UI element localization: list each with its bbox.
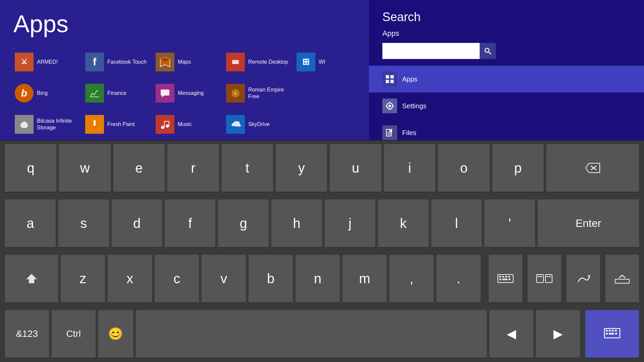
key-i[interactable]: i	[384, 144, 435, 193]
search-button[interactable]	[480, 43, 496, 59]
key-h[interactable]: h	[271, 199, 322, 248]
key-apostrophe[interactable]: '	[484, 199, 535, 248]
search-icon	[484, 47, 492, 55]
svg-point-4	[237, 64, 240, 67]
key-emoji[interactable]: 😊	[98, 310, 133, 359]
key-q[interactable]: q	[5, 144, 56, 193]
svg-rect-60	[508, 279, 511, 280]
handwrite-icon	[575, 273, 592, 285]
key-z[interactable]: z	[61, 255, 105, 303]
app-remote[interactable]: Remote Desktop	[225, 48, 295, 76]
key-g[interactable]: g	[218, 199, 269, 248]
svg-rect-56	[505, 276, 507, 278]
svg-rect-6	[161, 89, 169, 96]
svg-point-38	[389, 105, 391, 107]
apps-option-label: Apps	[402, 75, 418, 83]
app-finance[interactable]: Finance	[84, 79, 154, 107]
svg-rect-70	[609, 330, 611, 331]
key-x[interactable]: x	[108, 255, 152, 303]
key-comma[interactable]: ,	[389, 255, 434, 303]
app-bing[interactable]: b Bing	[13, 79, 84, 107]
app-maps[interactable]: Maps	[154, 48, 225, 76]
key-p[interactable]: p	[492, 144, 544, 193]
key-n[interactable]: n	[296, 255, 340, 303]
minimize-keyboard-icon	[614, 273, 631, 285]
svg-marker-7	[162, 96, 164, 98]
key-dot[interactable]: .	[436, 255, 481, 303]
key-ampersand123[interactable]: &123	[5, 310, 49, 359]
search-input[interactable]	[382, 43, 480, 59]
svg-rect-67	[615, 279, 629, 283]
key-full-keyboard[interactable]	[489, 255, 522, 303]
remote-icon	[226, 53, 245, 71]
key-minimize-keyboard[interactable]	[605, 255, 639, 303]
svg-rect-64	[540, 276, 542, 277]
svg-marker-49	[586, 163, 600, 173]
app-bitcasa[interactable]: Bitcasa Infinite Storage	[13, 110, 84, 138]
key-e[interactable]: e	[113, 144, 165, 193]
key-v[interactable]: v	[202, 255, 246, 303]
maps-icon	[156, 53, 174, 71]
key-l[interactable]: l	[431, 199, 482, 248]
svg-rect-58	[499, 279, 501, 280]
key-w[interactable]: w	[59, 144, 110, 193]
key-f[interactable]: f	[165, 199, 215, 248]
key-u[interactable]: u	[330, 144, 381, 193]
keyboard-row-4: &123 Ctrl 😊 ◀ ▶	[0, 307, 644, 362]
search-option-settings[interactable]: Settings	[369, 93, 644, 119]
key-ctrl[interactable]: Ctrl	[52, 310, 96, 359]
armed-label: ARMED!	[37, 59, 58, 65]
key-s[interactable]: s	[58, 199, 109, 248]
finance-label: Finance	[107, 90, 126, 96]
app-freshpaint[interactable]: Fresh Paint	[84, 110, 154, 138]
keyboard-row-1: q w e r t y u i o p	[0, 141, 644, 196]
key-o[interactable]: o	[438, 144, 489, 193]
svg-rect-75	[615, 333, 617, 335]
key-c[interactable]: c	[155, 255, 199, 303]
app-wi[interactable]: ⊞ WI	[295, 48, 366, 76]
search-input-row	[369, 43, 644, 59]
key-shift[interactable]	[5, 255, 58, 303]
svg-rect-34	[386, 80, 389, 83]
key-b[interactable]: b	[249, 255, 293, 303]
key-y[interactable]: y	[276, 144, 327, 193]
backspace-icon	[584, 162, 601, 174]
key-enter[interactable]: Enter	[538, 199, 639, 248]
key-k[interactable]: k	[378, 199, 429, 248]
search-option-apps[interactable]: Apps	[369, 66, 644, 93]
keyboard-row-3: z x c v b n m , .	[0, 251, 644, 307]
messaging-label: Messaging	[178, 90, 204, 96]
app-roman[interactable]: I Roman Empire Free	[225, 79, 295, 107]
key-right-arrow[interactable]: ▶	[536, 310, 580, 359]
remote-label: Remote Desktop	[248, 59, 288, 65]
svg-rect-35	[390, 80, 394, 83]
key-split-keyboard[interactable]	[528, 255, 561, 303]
roman-icon: I	[226, 84, 245, 103]
key-d[interactable]: d	[112, 199, 162, 248]
app-armed[interactable]: ⚔ ARMED!	[13, 48, 84, 76]
settings-option-label: Settings	[402, 102, 426, 110]
svg-rect-63	[538, 276, 539, 277]
key-space[interactable]	[136, 310, 487, 359]
key-j[interactable]: j	[325, 199, 375, 248]
app-facebook[interactable]: f Facebook Touch	[84, 48, 154, 76]
key-backspace[interactable]	[546, 144, 639, 193]
skydrive-label: SkyDrive	[248, 121, 270, 127]
svg-rect-32	[386, 75, 389, 78]
key-t[interactable]: t	[222, 144, 273, 193]
key-a[interactable]: a	[5, 199, 56, 248]
svg-rect-33	[390, 75, 394, 78]
key-keyboard-toggle[interactable]	[585, 310, 639, 359]
app-messaging[interactable]: Messaging	[154, 79, 225, 107]
app-skydrive[interactable]: SkyDrive	[225, 110, 295, 138]
keyboard-area: q w e r t y u i o p a s d f g h j k l ' …	[0, 141, 644, 362]
svg-point-11	[93, 126, 97, 129]
key-left-arrow[interactable]: ◀	[489, 310, 533, 359]
maps-label: Maps	[178, 59, 191, 65]
key-m[interactable]: m	[342, 255, 387, 303]
armed-icon: ⚔	[15, 53, 34, 71]
key-r[interactable]: r	[167, 144, 219, 193]
app-music[interactable]: Music	[154, 110, 225, 138]
key-handwrite[interactable]	[567, 255, 600, 303]
svg-line-31	[489, 52, 491, 54]
